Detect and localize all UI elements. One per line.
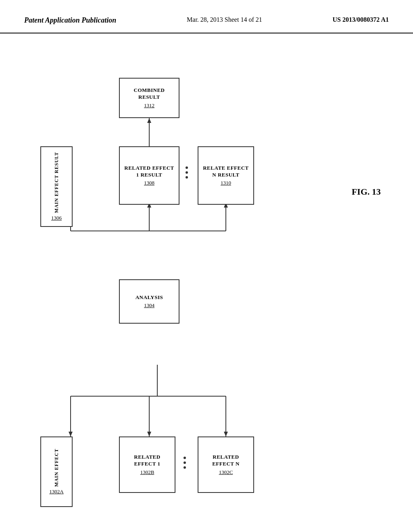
analysis-box: ANALYSIS 1304	[119, 279, 179, 324]
middle-dots	[186, 166, 188, 179]
related-effect1-result-box: RELATED EFFECT 1 RESULT 1308	[119, 146, 179, 205]
page-header: Patent Application Publication Mar. 28, …	[0, 0, 413, 33]
related-effect1-result-id: 1308	[144, 180, 154, 186]
analysis-id: 1304	[144, 302, 154, 309]
svg-marker-3	[69, 432, 73, 436]
relate-effectN-result-id: 1310	[221, 180, 231, 186]
svg-marker-18	[147, 118, 151, 123]
related-effectN-id: 1302C	[219, 469, 233, 476]
relate-effectN-result-box: RELATE EFFECT N RESULT 1310	[198, 146, 254, 205]
combined-result-id: 1312	[144, 102, 154, 109]
main-effect-title: MAIN EFFECT	[54, 449, 59, 487]
dot6	[184, 466, 186, 469]
combined-result-box: COMBINED RESULT 1312	[119, 78, 179, 118]
dot4	[184, 457, 186, 459]
main-effect-id: 1302A	[49, 488, 63, 495]
related-effect1-title: RELATED EFFECT 1	[123, 454, 171, 468]
main-effect-result-title: MAIN EFFECT RESULT	[54, 152, 59, 213]
dot5	[184, 461, 186, 464]
combined-result-title: COMBINED RESULT	[123, 87, 175, 101]
dot3	[186, 176, 188, 179]
publication-title: Patent Application Publication	[24, 16, 116, 25]
diagram-area: COMBINED RESULT 1312 MAIN EFFECT RESULT …	[0, 33, 413, 517]
related-effect1-id: 1302B	[140, 469, 154, 476]
patent-number: US 2013/0080372 A1	[332, 16, 389, 23]
related-effect1-box: RELATED EFFECT 1 1302B	[119, 436, 175, 493]
relate-effectN-result-title: RELATE EFFECT N RESULT	[202, 165, 250, 179]
bottom-dots	[184, 457, 186, 469]
svg-marker-5	[147, 432, 151, 436]
analysis-title: ANALYSIS	[136, 294, 163, 301]
main-effect-box: MAIN EFFECT 1302A	[40, 436, 73, 507]
main-effect-result-id: 1306	[51, 215, 62, 221]
related-effectN-title: RELATED EFFECT N	[202, 454, 250, 468]
dot1	[186, 166, 188, 169]
svg-marker-7	[224, 432, 228, 436]
related-effectN-box: RELATED EFFECT N 1302C	[198, 436, 254, 493]
dot2	[186, 171, 188, 174]
figure-label: FIG. 13	[352, 187, 381, 197]
main-effect-result-box: MAIN EFFECT RESULT 1306	[40, 146, 73, 227]
sheet-info: Mar. 28, 2013 Sheet 14 of 21	[187, 16, 262, 23]
related-effect1-result-title: RELATED EFFECT 1 RESULT	[123, 165, 175, 179]
